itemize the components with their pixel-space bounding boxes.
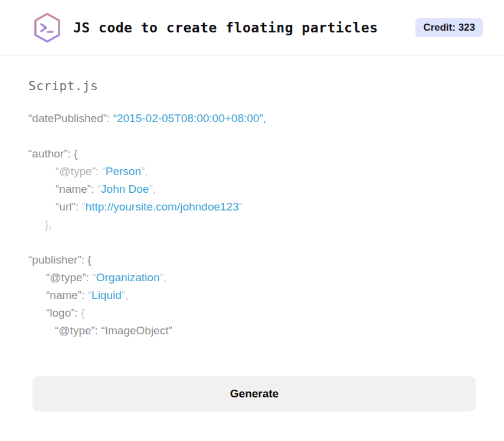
code-line: “@type”: “Person”,	[28, 163, 476, 180]
generate-button[interactable]: Generate	[32, 376, 476, 412]
code-line: “@type”: “Organization”,	[28, 269, 476, 287]
code-line: “logo”: {	[28, 304, 476, 322]
code-line: “url”: “http://yoursite.com/johndoe123”	[28, 198, 476, 216]
code-line	[28, 127, 476, 145]
generate-button-container: Generate	[0, 376, 504, 412]
code-line: “datePublished”: “2015-02-05T08:00:00+08…	[28, 110, 476, 127]
page-title: JS code to create floating particles	[73, 20, 415, 35]
terminal-hexagon-icon	[33, 12, 61, 44]
code-line: “name”: “John Doe”,	[28, 180, 476, 198]
code-line	[28, 233, 476, 251]
code-line: },	[28, 216, 476, 233]
code-line: “publisher”: {	[28, 251, 476, 269]
code-line: “author”: {	[28, 145, 476, 163]
credit-badge: Credit: 323	[415, 18, 483, 37]
generated-code-block: “datePublished”: “2015-02-05T08:00:00+08…	[28, 110, 476, 340]
code-line: “@type”: “ImageObject”	[28, 322, 476, 340]
code-line: “name”: “Liquid”,	[28, 287, 476, 304]
file-title: Script.js	[28, 79, 476, 93]
content-area: Script.js “datePublished”: “2015-02-05T0…	[0, 55, 504, 340]
app-header: JS code to create floating particles Cre…	[0, 0, 504, 55]
